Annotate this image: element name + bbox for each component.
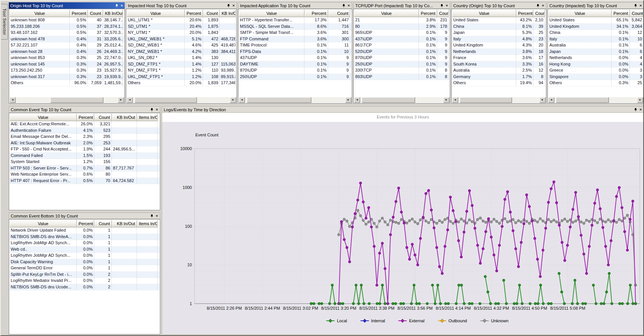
table-row[interactable]: France3.6%17 [452,55,546,61]
table-row[interactable]: Germany1.7%8 [452,74,546,80]
table-row[interactable]: 520\UDP0.1%9 [354,49,449,55]
table-row[interactable]: Authentication Failure4.1%523 [10,128,159,134]
table-row[interactable]: NETBIOS SMB-DS dns Ucode...0.0%2 [10,284,159,291]
horizontal-scrollbar[interactable]: ◄► [127,97,236,103]
table-row[interactable]: FTP Command3.6%300 [239,36,351,43]
column-header-kb-in-out[interactable]: KB In/Out [103,10,123,17]
table-row[interactable]: United Kingdom4.3%20 [452,42,546,49]
table-row[interactable]: unknown host 8080.5%4038,146.7... [10,17,124,24]
pin-icon[interactable] [634,108,638,112]
table-row[interactable]: 802.9%178 [354,24,449,30]
table-row[interactable]: Hong Kong0.0%4 [548,61,643,68]
table-row[interactable]: 57.32.221.1070.4%2925,012.4... [10,42,124,49]
scrollbar-track[interactable] [554,97,637,103]
table-row[interactable]: unknown host 280.4%2624,469.3... [10,49,124,55]
table-row[interactable]: Others19.4%94 [452,80,546,86]
table-row[interactable]: Japan0.1%6 [548,49,643,55]
column-header-count[interactable]: Count [630,10,643,17]
column-header-value[interactable]: Value [10,10,70,17]
table-row[interactable]: 95.233.188.2060.5%3728,374.1... [10,24,124,30]
pin-icon[interactable] [342,4,346,8]
table-row[interactable]: Disk Capacity Warning0.0%1 [10,259,159,266]
scroll-left-button[interactable]: ◄ [452,97,458,103]
close-icon[interactable]: ✕ [639,108,642,112]
table-row[interactable]: System Started1.2%156 [10,159,159,165]
scrollbar-track[interactable] [16,97,118,103]
table-row[interactable]: UKL_DMZ_WEB1 *5.1%472468,728... [127,36,236,43]
table-row[interactable]: LogRhythm JobMgr AD Synch...0.0%1 [10,253,159,259]
column-header-percent[interactable]: Percent [516,10,533,17]
column-header-count[interactable]: Count [203,10,220,17]
horizontal-scrollbar[interactable]: ◄► [354,97,449,103]
table-row[interactable]: Italy4.8%23 [452,36,546,43]
table-row[interactable]: Italy0.1%10 [548,36,643,43]
table-row[interactable]: Network Driver Update Failed0.0%1 [10,227,159,234]
close-icon[interactable]: ✕ [347,4,350,8]
panel-titlebar[interactable]: Impacted Application Top 10 by Count✕ [238,2,352,9]
pin-icon[interactable] [536,4,540,8]
table-row[interactable]: General TermDD Error0.0%1 [10,265,159,272]
table-row[interactable]: HTTP 407 : Request Error - Pr...0.5%7064… [10,178,159,184]
table-row[interactable]: NY_DMZ_FTP1 *1.2%11093,989.1... [127,67,236,74]
column-header-kb-in-out[interactable]: KB In/Out [112,114,137,121]
scroll-left-button[interactable]: ◄ [127,97,133,103]
table-row[interactable]: Netherlands0.0%4 [548,55,643,61]
table-row[interactable]: Others96.0%7,0591,481,59... [10,80,124,86]
column-header-percent[interactable]: Percent [419,10,437,17]
table-row[interactable]: 250\UDP0.1%9 [354,61,449,68]
table-row[interactable]: LogRhythm Mediator Invalid Pr...0.0%2 [10,278,159,284]
pin-icon[interactable] [150,108,154,112]
table-row[interactable]: HTTP 503 : Server Error - Serv...0.7%868… [10,165,159,172]
table-row[interactable]: 437\UDP0.1%9 [239,55,351,61]
column-header-items-in-out[interactable]: Items In/Out [137,114,158,121]
close-icon[interactable]: ✕ [639,4,642,8]
column-header-value[interactable]: Value [10,114,77,121]
legend-item-external[interactable]: External [398,318,424,323]
horizontal-scrollbar[interactable]: ◄► [10,97,124,103]
column-header-count[interactable]: Count [88,10,103,17]
close-icon[interactable]: ✕ [541,4,544,8]
table-row[interactable]: Greece0.0%3 [548,67,643,74]
panel-titlebar[interactable]: TCP/UDP Port (Impacted) Top 10 by Co...✕ [353,2,450,9]
table-row[interactable]: 330\TCP0.1%8 [354,67,449,74]
table-row[interactable]: Australia2.5%12 [452,67,546,74]
column-header-percent[interactable]: Percent [612,10,630,17]
table-row[interactable]: Others20.0%1,839177,346... [127,80,236,86]
column-header-percent[interactable]: Percent [70,10,88,17]
pin-icon[interactable] [440,4,444,8]
table-row[interactable]: TIME Protocol0.1%11 [239,42,351,49]
table-row[interactable]: United Kingdom34.1%3,064 [548,24,643,30]
scrollbar-thumb[interactable] [362,97,415,103]
scroll-right-button[interactable]: ► [443,97,449,103]
table-row[interactable]: Email Message Cannot Be Del...2.3%295 [10,134,159,140]
column-header-value[interactable]: Value [548,10,612,17]
column-header-percent[interactable]: Percent [77,220,94,227]
scrollbar-track[interactable] [245,97,345,103]
table-row[interactable]: Web cd..0.0%1 [10,246,159,253]
table-row[interactable]: 93.48.107.1620.5%3732,570.3... [10,30,124,36]
column-header-kb-in-out[interactable]: KB In/Out [220,10,236,17]
pin-icon[interactable] [150,214,154,218]
legend-item-outbound[interactable]: Outbound [438,318,467,323]
column-header-count[interactable]: Count [94,220,112,227]
scroll-left-button[interactable]: ◄ [10,97,16,103]
scroll-right-button[interactable]: ► [539,97,546,103]
table-row[interactable]: DAYTIME0.1%9 [239,61,351,68]
table-row[interactable]: 870\UDP0.1%9 [239,67,351,74]
table-row[interactable]: 893\UDP0.1%8 [354,74,449,80]
table-row[interactable]: United States43.2%2,10 [452,17,546,24]
table-row[interactable]: 437\UDP0.1%9 [354,36,449,43]
table-row[interactable]: Australia0.1%6 [548,42,643,49]
table-row[interactable]: HTTP - Hypertext Transfer...17.3%1,447 [239,17,351,24]
table-row[interactable]: Netherlands3.8%18 [452,49,546,55]
column-header-percent[interactable]: Percent [304,10,328,17]
table-row[interactable]: 870\UDP0.1%9 [354,55,449,61]
close-icon[interactable]: ✕ [155,108,158,112]
scrollbar-track[interactable] [133,97,230,103]
legend-item-local[interactable]: Local [326,318,347,323]
column-header-count[interactable]: Count [437,10,449,17]
close-icon[interactable]: ✕ [120,4,123,8]
table-row[interactable]: China0.1%12 [548,30,643,36]
close-icon[interactable]: ✕ [155,214,158,218]
table-row[interactable]: Command Failed1.5%193 [10,153,159,159]
